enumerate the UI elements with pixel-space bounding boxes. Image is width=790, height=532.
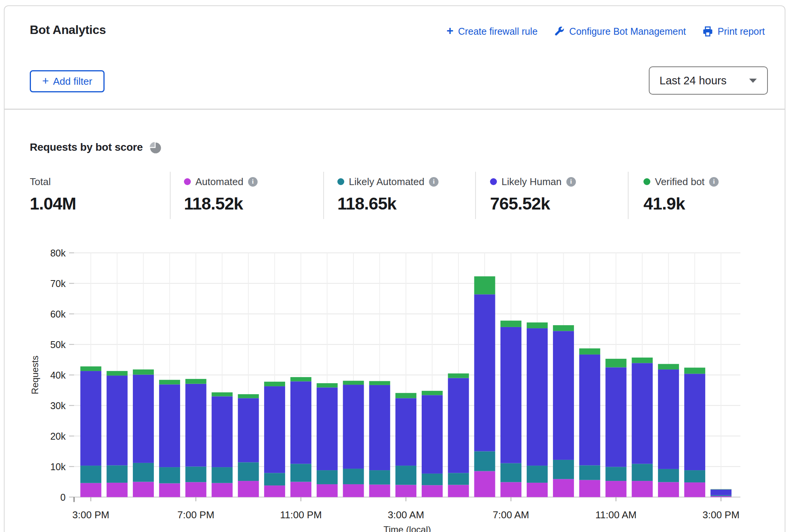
bar-segment-automated[interactable] xyxy=(133,482,154,497)
bar-segment-likely-human[interactable] xyxy=(133,375,154,463)
bar-segment-automated[interactable] xyxy=(369,485,390,497)
bar-segment-likely-human[interactable] xyxy=(81,371,102,466)
bar-segment-verified-bot[interactable] xyxy=(422,391,443,395)
bar-segment-likely-human[interactable] xyxy=(474,294,495,451)
bar-segment-likely-human[interactable] xyxy=(106,376,127,465)
bar-segment-likely-human[interactable] xyxy=(632,363,653,464)
bar-segment-verified-bot[interactable] xyxy=(658,364,679,369)
bar-segment-likely-automated[interactable] xyxy=(632,464,653,481)
bar-segment-likely-automated[interactable] xyxy=(81,466,102,483)
bar-segment-likely-automated[interactable] xyxy=(317,470,338,484)
bar-segment-likely-automated[interactable] xyxy=(711,495,732,496)
bar-segment-verified-bot[interactable] xyxy=(185,379,206,384)
bar-segment-automated[interactable] xyxy=(632,481,653,497)
bar-segment-likely-human[interactable] xyxy=(711,490,732,495)
bar-segment-verified-bot[interactable] xyxy=(369,381,390,385)
bar-segment-verified-bot[interactable] xyxy=(448,374,469,378)
bar-segment-likely-automated[interactable] xyxy=(369,470,390,485)
bar-segment-likely-automated[interactable] xyxy=(553,460,574,479)
bar-segment-likely-human[interactable] xyxy=(212,397,233,468)
bar-segment-likely-automated[interactable] xyxy=(500,463,521,482)
bar-segment-automated[interactable] xyxy=(474,471,495,497)
bar-segment-likely-automated[interactable] xyxy=(133,463,154,482)
bar-segment-automated[interactable] xyxy=(553,479,574,497)
bar-segment-verified-bot[interactable] xyxy=(474,276,495,294)
bar-segment-likely-human[interactable] xyxy=(343,385,364,469)
bar-segment-likely-automated[interactable] xyxy=(684,470,705,482)
bar-segment-automated[interactable] xyxy=(711,496,732,497)
bar-segment-automated[interactable] xyxy=(579,480,600,497)
bar-segment-automated[interactable] xyxy=(606,481,627,497)
bar-segment-likely-automated[interactable] xyxy=(343,469,364,484)
bar-segment-automated[interactable] xyxy=(527,483,548,497)
bar-segment-likely-human[interactable] xyxy=(553,331,574,460)
bar-segment-verified-bot[interactable] xyxy=(343,381,364,385)
bar-segment-likely-human[interactable] xyxy=(395,398,416,466)
bar-segment-likely-human[interactable] xyxy=(527,328,548,466)
bar-segment-automated[interactable] xyxy=(500,482,521,497)
bar-segment-likely-human[interactable] xyxy=(579,355,600,465)
bar-segment-likely-human[interactable] xyxy=(238,398,259,462)
bar-segment-automated[interactable] xyxy=(106,483,127,497)
bar-segment-verified-bot[interactable] xyxy=(711,489,732,490)
bar-segment-likely-automated[interactable] xyxy=(238,462,259,481)
bar-segment-likely-automated[interactable] xyxy=(290,464,311,482)
bar-segment-likely-human[interactable] xyxy=(159,384,180,467)
bar-segment-likely-automated[interactable] xyxy=(422,474,443,485)
bar-segment-likely-automated[interactable] xyxy=(395,466,416,485)
bar-segment-likely-human[interactable] xyxy=(500,327,521,463)
bar-segment-verified-bot[interactable] xyxy=(290,377,311,381)
bar-segment-likely-human[interactable] xyxy=(422,395,443,474)
bar-segment-verified-bot[interactable] xyxy=(684,368,705,374)
bar-segment-likely-automated[interactable] xyxy=(527,466,548,483)
bar-segment-automated[interactable] xyxy=(658,482,679,497)
bar-segment-likely-human[interactable] xyxy=(290,381,311,464)
bar-segment-automated[interactable] xyxy=(395,485,416,497)
bar-segment-automated[interactable] xyxy=(290,482,311,497)
bar-segment-verified-bot[interactable] xyxy=(159,380,180,384)
bar-segment-likely-automated[interactable] xyxy=(106,465,127,483)
bar-segment-automated[interactable] xyxy=(343,484,364,497)
bar-segment-verified-bot[interactable] xyxy=(553,325,574,331)
bar-segment-likely-human[interactable] xyxy=(317,387,338,470)
bar-segment-verified-bot[interactable] xyxy=(133,369,154,375)
bar-segment-automated[interactable] xyxy=(684,482,705,497)
bar-segment-likely-human[interactable] xyxy=(369,385,390,470)
bar-segment-likely-human[interactable] xyxy=(264,386,285,473)
bar-segment-automated[interactable] xyxy=(422,485,443,497)
bar-segment-verified-bot[interactable] xyxy=(606,359,627,367)
bar-segment-verified-bot[interactable] xyxy=(579,348,600,355)
bar-segment-likely-automated[interactable] xyxy=(212,467,233,483)
bar-segment-likely-automated[interactable] xyxy=(185,467,206,482)
bar-segment-automated[interactable] xyxy=(81,483,102,497)
bar-segment-verified-bot[interactable] xyxy=(395,393,416,398)
bar-segment-verified-bot[interactable] xyxy=(81,366,102,371)
bar-segment-automated[interactable] xyxy=(448,485,469,497)
bar-segment-likely-human[interactable] xyxy=(185,384,206,467)
bar-segment-automated[interactable] xyxy=(159,484,180,497)
bar-segment-automated[interactable] xyxy=(185,482,206,497)
bar-segment-likely-automated[interactable] xyxy=(606,467,627,481)
bar-segment-likely-automated[interactable] xyxy=(658,469,679,482)
bar-segment-likely-automated[interactable] xyxy=(474,451,495,471)
bar-segment-likely-automated[interactable] xyxy=(579,465,600,480)
bar-segment-likely-human[interactable] xyxy=(658,369,679,469)
bar-segment-likely-human[interactable] xyxy=(606,368,627,467)
bar-segment-automated[interactable] xyxy=(317,484,338,497)
bar-segment-likely-automated[interactable] xyxy=(264,473,285,485)
bar-segment-likely-automated[interactable] xyxy=(448,473,469,485)
bar-segment-automated[interactable] xyxy=(212,483,233,497)
bar-segment-verified-bot[interactable] xyxy=(317,383,338,387)
bar-segment-verified-bot[interactable] xyxy=(527,322,548,328)
bar-segment-likely-human[interactable] xyxy=(448,378,469,473)
bar-segment-automated[interactable] xyxy=(264,485,285,497)
bar-segment-automated[interactable] xyxy=(238,481,259,497)
bar-segment-verified-bot[interactable] xyxy=(632,358,653,363)
bar-segment-verified-bot[interactable] xyxy=(212,392,233,396)
bar-segment-likely-human[interactable] xyxy=(684,374,705,470)
bar-segment-verified-bot[interactable] xyxy=(106,371,127,376)
bar-segment-likely-automated[interactable] xyxy=(159,467,180,483)
bar-segment-verified-bot[interactable] xyxy=(500,321,521,327)
bar-segment-verified-bot[interactable] xyxy=(264,382,285,386)
bar-segment-verified-bot[interactable] xyxy=(238,394,259,398)
